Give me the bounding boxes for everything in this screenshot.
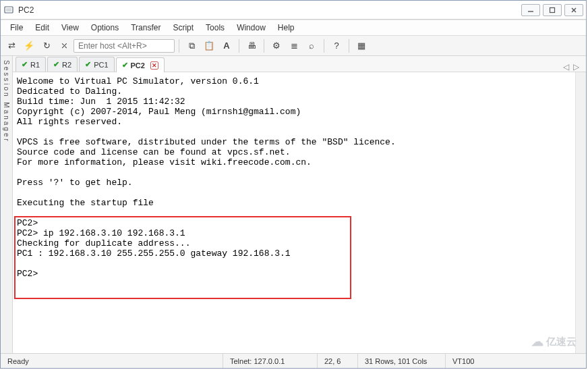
check-icon: ✔ xyxy=(53,60,59,69)
check-icon: ✔ xyxy=(122,61,128,70)
app-icon xyxy=(3,5,14,16)
disconnect-icon[interactable]: ⤫ xyxy=(56,38,72,53)
separator xyxy=(239,39,239,53)
host-input[interactable] xyxy=(74,39,175,53)
script-icon[interactable]: ≣ xyxy=(286,38,302,53)
app-window: PC2 File Edit View Options Transfer Scri… xyxy=(0,0,587,369)
close-tab-icon[interactable]: ✕ xyxy=(150,61,158,70)
find-icon[interactable]: A xyxy=(218,38,235,53)
keymap-icon[interactable]: ⌕ xyxy=(303,38,320,53)
status-ready: Ready xyxy=(1,354,223,368)
tab-next-icon[interactable]: ▷ xyxy=(573,62,579,72)
toolbar: ⇄ ⚡ ↻ ⤫ ⧉ 📋 A 🖶 ⚙ ≣ ⌕ ? ▦ xyxy=(1,36,586,56)
minimize-button[interactable] xyxy=(521,4,540,16)
tab-pc2[interactable]: ✔ PC2 ✕ xyxy=(116,57,165,72)
terminal[interactable]: Welcome to Virtual PC Simulator, version… xyxy=(13,72,575,353)
reconnect-icon[interactable]: ↻ xyxy=(38,38,55,53)
tab-prev-icon[interactable]: ◁ xyxy=(563,62,569,72)
help-icon[interactable]: ? xyxy=(328,38,345,53)
menu-file[interactable]: File xyxy=(5,22,28,34)
tab-nav: ◁ ▷ xyxy=(563,62,583,72)
tab-r2[interactable]: ✔ R2 xyxy=(47,57,78,72)
copy-icon[interactable]: ⧉ xyxy=(183,38,200,53)
main-area: ✔ R1 ✔ R2 ✔ PC1 ✔ PC2 ✕ ◁ ▷ xyxy=(13,56,586,353)
terminal-boxed-text: PC2> PC2> ip 192.168.3.10 192.168.3.1 Ch… xyxy=(17,218,291,279)
body: Session Manager ✔ R1 ✔ R2 ✔ PC1 ✔ PC2 xyxy=(1,56,586,353)
separator xyxy=(349,39,349,53)
check-icon: ✔ xyxy=(22,60,28,69)
menu-view[interactable]: View xyxy=(56,22,84,34)
maximize-button[interactable] xyxy=(543,4,562,16)
close-button[interactable] xyxy=(564,4,583,16)
menu-options[interactable]: Options xyxy=(86,22,124,34)
separator xyxy=(264,39,264,53)
svg-rect-3 xyxy=(550,7,555,12)
lightning-icon[interactable]: ⚡ xyxy=(21,38,37,53)
titlebar: PC2 xyxy=(1,1,586,20)
separator xyxy=(179,39,179,53)
window-buttons xyxy=(521,4,583,16)
menubar: File Edit View Options Transfer Script T… xyxy=(1,20,586,36)
highlight-region: PC2> PC2> ip 192.168.3.10 192.168.3.1 Ch… xyxy=(17,218,291,279)
menu-script[interactable]: Script xyxy=(167,22,199,34)
menu-edit[interactable]: Edit xyxy=(30,22,55,34)
tab-label: PC2 xyxy=(131,61,145,70)
window-title: PC2 xyxy=(18,5,521,15)
status-connection: Telnet: 127.0.0.1 xyxy=(223,354,318,368)
tab-label: PC1 xyxy=(94,61,108,69)
menu-help[interactable]: Help xyxy=(272,22,300,34)
menu-transfer[interactable]: Transfer xyxy=(125,22,166,34)
status-size: 31 Rows, 101 Cols xyxy=(358,354,446,368)
settings-icon[interactable]: ⚙ xyxy=(268,38,285,53)
tab-r1[interactable]: ✔ R1 xyxy=(16,57,46,72)
status-emulation: VT100 xyxy=(446,354,586,368)
check-icon: ✔ xyxy=(85,60,91,69)
paste-icon[interactable]: 📋 xyxy=(201,38,217,53)
status-position: 22, 6 xyxy=(318,354,358,368)
terminal-wrap: Welcome to Virtual PC Simulator, version… xyxy=(13,72,586,353)
tabbar: ✔ R1 ✔ R2 ✔ PC1 ✔ PC2 ✕ ◁ ▷ xyxy=(13,56,586,72)
tab-label: R2 xyxy=(62,61,71,69)
menu-window[interactable]: Window xyxy=(231,22,271,34)
menu-tools[interactable]: Tools xyxy=(200,22,230,34)
separator xyxy=(324,39,324,53)
toggle-icon[interactable]: ▦ xyxy=(353,38,370,53)
tab-pc1[interactable]: ✔ PC1 xyxy=(79,57,114,72)
scrollbar-vertical[interactable] xyxy=(575,72,586,353)
quick-connect-icon[interactable]: ⇄ xyxy=(3,38,20,53)
terminal-header-text: Welcome to Virtual PC Simulator, version… xyxy=(17,76,396,208)
print-icon[interactable]: 🖶 xyxy=(243,38,260,53)
session-manager-panel[interactable]: Session Manager xyxy=(1,56,13,353)
statusbar: Ready Telnet: 127.0.0.1 22, 6 31 Rows, 1… xyxy=(1,353,586,368)
tab-label: R1 xyxy=(30,61,40,69)
svg-rect-1 xyxy=(6,8,11,11)
